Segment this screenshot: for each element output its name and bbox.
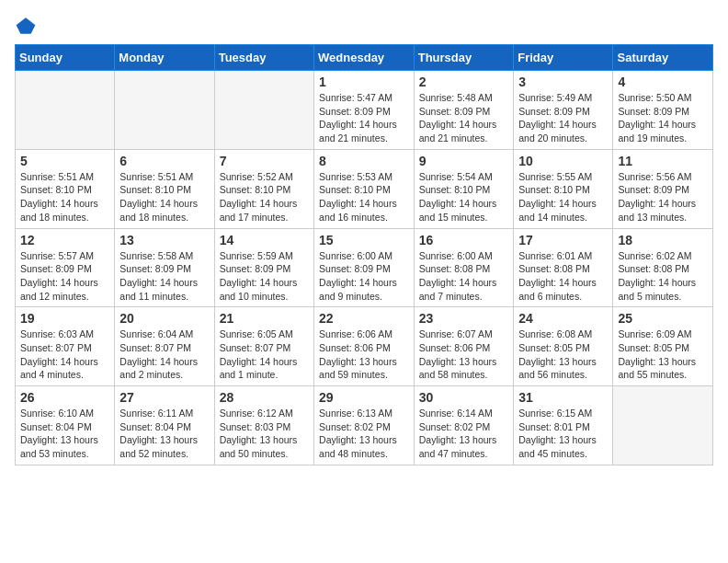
header-day-thursday: Thursday <box>414 45 513 71</box>
calendar-cell: 2Sunrise: 5:48 AM Sunset: 8:09 PM Daylig… <box>414 71 513 150</box>
day-info: Sunrise: 6:03 AM Sunset: 8:07 PM Dayligh… <box>20 327 109 382</box>
day-info: Sunrise: 5:51 AM Sunset: 8:10 PM Dayligh… <box>119 170 209 224</box>
calendar-cell: 1Sunrise: 5:47 AM Sunset: 8:09 PM Daylig… <box>314 71 415 150</box>
day-info: Sunrise: 6:10 AM Sunset: 8:04 PM Dayligh… <box>20 407 109 461</box>
day-number: 10 <box>518 154 608 168</box>
day-number: 23 <box>419 311 508 326</box>
day-number: 24 <box>518 311 608 326</box>
day-number: 2 <box>419 75 508 89</box>
week-row-3: 12Sunrise: 5:57 AM Sunset: 8:09 PM Dayli… <box>16 228 713 307</box>
calendar-table: SundayMondayTuesdayWednesdayThursdayFrid… <box>15 44 713 465</box>
calendar-cell: 5Sunrise: 5:51 AM Sunset: 8:10 PM Daylig… <box>16 149 115 228</box>
week-row-1: 1Sunrise: 5:47 AM Sunset: 8:09 PM Daylig… <box>16 71 713 150</box>
day-info: Sunrise: 6:14 AM Sunset: 8:02 PM Dayligh… <box>419 407 508 461</box>
day-info: Sunrise: 6:01 AM Sunset: 8:08 PM Dayligh… <box>518 249 608 304</box>
calendar-cell: 18Sunrise: 6:02 AM Sunset: 8:08 PM Dayli… <box>613 228 713 307</box>
day-number: 8 <box>319 154 409 168</box>
calendar-cell: 22Sunrise: 6:06 AM Sunset: 8:06 PM Dayli… <box>314 307 415 386</box>
day-number: 5 <box>20 154 109 168</box>
logo <box>15 15 40 37</box>
calendar-cell: 15Sunrise: 6:00 AM Sunset: 8:09 PM Dayli… <box>314 228 415 307</box>
header-day-wednesday: Wednesday <box>314 45 415 71</box>
day-number: 11 <box>618 154 708 168</box>
calendar-cell: 27Sunrise: 6:11 AM Sunset: 8:04 PM Dayli… <box>115 386 214 465</box>
calendar-cell <box>16 71 115 150</box>
logo-icon <box>15 15 37 37</box>
calendar-cell: 23Sunrise: 6:07 AM Sunset: 8:06 PM Dayli… <box>414 307 513 386</box>
day-number: 15 <box>319 233 409 247</box>
day-info: Sunrise: 6:12 AM Sunset: 8:03 PM Dayligh… <box>220 407 309 461</box>
day-number: 30 <box>419 390 508 405</box>
day-number: 9 <box>419 154 508 168</box>
day-number: 4 <box>618 75 708 89</box>
day-info: Sunrise: 6:00 AM Sunset: 8:08 PM Dayligh… <box>419 249 508 304</box>
calendar-cell: 3Sunrise: 5:49 AM Sunset: 8:09 PM Daylig… <box>514 71 613 150</box>
day-number: 29 <box>319 390 409 405</box>
day-number: 1 <box>319 75 409 89</box>
calendar-cell: 14Sunrise: 5:59 AM Sunset: 8:09 PM Dayli… <box>214 228 313 307</box>
day-info: Sunrise: 6:07 AM Sunset: 8:06 PM Dayligh… <box>419 327 508 382</box>
day-info: Sunrise: 5:56 AM Sunset: 8:09 PM Dayligh… <box>618 170 708 224</box>
calendar-cell: 31Sunrise: 6:15 AM Sunset: 8:01 PM Dayli… <box>514 386 613 465</box>
day-info: Sunrise: 5:47 AM Sunset: 8:09 PM Dayligh… <box>319 91 409 145</box>
day-number: 27 <box>119 390 209 405</box>
day-info: Sunrise: 6:11 AM Sunset: 8:04 PM Dayligh… <box>119 407 209 461</box>
calendar-cell: 29Sunrise: 6:13 AM Sunset: 8:02 PM Dayli… <box>314 386 415 465</box>
header-day-sunday: Sunday <box>16 45 115 71</box>
day-info: Sunrise: 6:15 AM Sunset: 8:01 PM Dayligh… <box>518 407 608 461</box>
calendar-cell: 28Sunrise: 6:12 AM Sunset: 8:03 PM Dayli… <box>214 386 313 465</box>
calendar-cell: 9Sunrise: 5:54 AM Sunset: 8:10 PM Daylig… <box>414 149 513 228</box>
header-day-tuesday: Tuesday <box>214 45 313 71</box>
day-number: 21 <box>220 311 309 326</box>
header-day-monday: Monday <box>115 45 214 71</box>
week-row-4: 19Sunrise: 6:03 AM Sunset: 8:07 PM Dayli… <box>16 307 713 386</box>
calendar-cell: 13Sunrise: 5:58 AM Sunset: 8:09 PM Dayli… <box>115 228 214 307</box>
calendar-cell: 11Sunrise: 5:56 AM Sunset: 8:09 PM Dayli… <box>613 149 713 228</box>
calendar-cell <box>214 71 313 150</box>
day-number: 7 <box>220 154 309 168</box>
day-info: Sunrise: 5:52 AM Sunset: 8:10 PM Dayligh… <box>220 170 309 224</box>
day-info: Sunrise: 6:09 AM Sunset: 8:05 PM Dayligh… <box>618 327 708 382</box>
day-info: Sunrise: 5:57 AM Sunset: 8:09 PM Dayligh… <box>20 249 109 304</box>
calendar-cell: 19Sunrise: 6:03 AM Sunset: 8:07 PM Dayli… <box>16 307 115 386</box>
day-info: Sunrise: 5:58 AM Sunset: 8:09 PM Dayligh… <box>119 249 209 304</box>
day-info: Sunrise: 6:08 AM Sunset: 8:05 PM Dayligh… <box>518 327 608 382</box>
day-info: Sunrise: 5:51 AM Sunset: 8:10 PM Dayligh… <box>20 170 109 224</box>
day-info: Sunrise: 6:06 AM Sunset: 8:06 PM Dayligh… <box>319 327 409 382</box>
calendar-cell: 26Sunrise: 6:10 AM Sunset: 8:04 PM Dayli… <box>16 386 115 465</box>
day-number: 18 <box>618 233 708 247</box>
day-info: Sunrise: 6:13 AM Sunset: 8:02 PM Dayligh… <box>319 407 409 461</box>
day-info: Sunrise: 5:48 AM Sunset: 8:09 PM Dayligh… <box>419 91 508 145</box>
day-info: Sunrise: 6:04 AM Sunset: 8:07 PM Dayligh… <box>119 327 209 382</box>
calendar-cell: 7Sunrise: 5:52 AM Sunset: 8:10 PM Daylig… <box>214 149 313 228</box>
header-day-friday: Friday <box>514 45 613 71</box>
calendar-cell: 30Sunrise: 6:14 AM Sunset: 8:02 PM Dayli… <box>414 386 513 465</box>
calendar-cell <box>613 386 713 465</box>
day-number: 28 <box>220 390 309 405</box>
day-info: Sunrise: 5:49 AM Sunset: 8:09 PM Dayligh… <box>518 91 608 145</box>
day-number: 17 <box>518 233 608 247</box>
calendar-cell: 24Sunrise: 6:08 AM Sunset: 8:05 PM Dayli… <box>514 307 613 386</box>
day-info: Sunrise: 5:53 AM Sunset: 8:10 PM Dayligh… <box>319 170 409 224</box>
calendar-cell: 12Sunrise: 5:57 AM Sunset: 8:09 PM Dayli… <box>16 228 115 307</box>
day-number: 22 <box>319 311 409 326</box>
day-info: Sunrise: 5:59 AM Sunset: 8:09 PM Dayligh… <box>220 249 309 304</box>
calendar-cell: 25Sunrise: 6:09 AM Sunset: 8:05 PM Dayli… <box>613 307 713 386</box>
day-info: Sunrise: 6:02 AM Sunset: 8:08 PM Dayligh… <box>618 249 708 304</box>
header-row: SundayMondayTuesdayWednesdayThursdayFrid… <box>16 45 713 71</box>
calendar-cell: 4Sunrise: 5:50 AM Sunset: 8:09 PM Daylig… <box>613 71 713 150</box>
calendar-cell: 10Sunrise: 5:55 AM Sunset: 8:10 PM Dayli… <box>514 149 613 228</box>
day-number: 3 <box>518 75 608 89</box>
calendar-cell: 16Sunrise: 6:00 AM Sunset: 8:08 PM Dayli… <box>414 228 513 307</box>
day-info: Sunrise: 6:05 AM Sunset: 8:07 PM Dayligh… <box>220 327 309 382</box>
day-number: 19 <box>20 311 109 326</box>
day-number: 16 <box>419 233 508 247</box>
page-header <box>15 15 713 37</box>
calendar-body: 1Sunrise: 5:47 AM Sunset: 8:09 PM Daylig… <box>16 71 713 465</box>
day-number: 12 <box>20 233 109 247</box>
calendar-cell: 21Sunrise: 6:05 AM Sunset: 8:07 PM Dayli… <box>214 307 313 386</box>
day-info: Sunrise: 6:00 AM Sunset: 8:09 PM Dayligh… <box>319 249 409 304</box>
calendar-cell: 17Sunrise: 6:01 AM Sunset: 8:08 PM Dayli… <box>514 228 613 307</box>
day-info: Sunrise: 5:50 AM Sunset: 8:09 PM Dayligh… <box>618 91 708 145</box>
day-info: Sunrise: 5:54 AM Sunset: 8:10 PM Dayligh… <box>419 170 508 224</box>
